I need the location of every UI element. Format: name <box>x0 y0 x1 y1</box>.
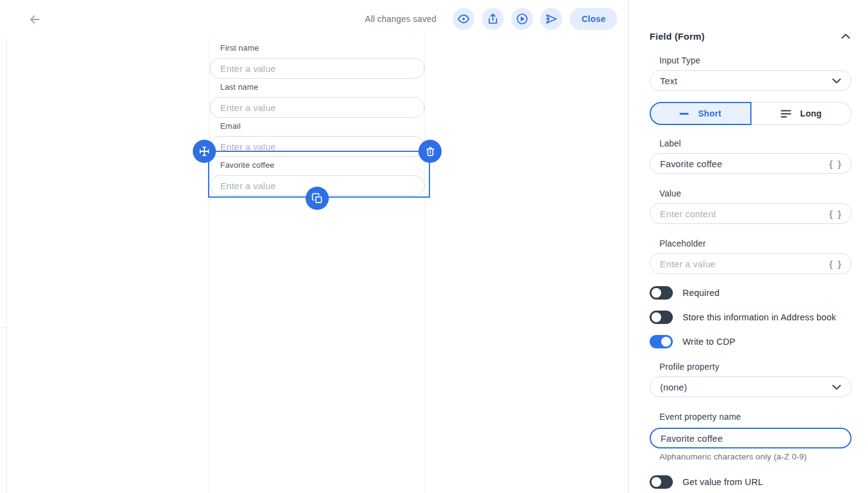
field-settings-panel: Field (Form) Input Type Text Short Long <box>628 0 868 493</box>
required-toggle-label: Required <box>683 288 719 298</box>
arrow-left-icon <box>28 13 41 26</box>
send-test-button[interactable] <box>540 8 562 30</box>
write-to-cdp-toggle-row: Write to CDP <box>650 335 852 348</box>
field-input[interactable] <box>210 136 425 157</box>
write-to-cdp-toggle-label: Write to CDP <box>683 337 736 347</box>
segment-long-label: Long <box>800 109 822 118</box>
field-input[interactable] <box>210 58 425 79</box>
event-property-helper-text: Alphanumeric characters only (a-Z 0-9) <box>659 452 852 461</box>
address-book-toggle-label: Store this information in Address book <box>683 312 836 322</box>
play-button[interactable] <box>511 8 533 30</box>
form-field-last-name[interactable]: Last name <box>210 82 425 118</box>
get-value-from-url-toggle-row: Get value from URL <box>650 475 852 489</box>
delete-block-button[interactable] <box>418 140 442 163</box>
input-type-value: Text <box>660 76 677 86</box>
chevron-down-icon <box>832 78 841 84</box>
field-label: Favorite coffee <box>220 160 425 170</box>
field-label: First name <box>220 43 425 53</box>
field-label: Last name <box>220 82 425 92</box>
eye-icon <box>457 12 470 26</box>
address-book-toggle-row: Store this information in Address book <box>650 311 852 324</box>
value-input[interactable] <box>650 203 852 224</box>
write-to-cdp-toggle[interactable] <box>650 335 673 348</box>
event-property-name-input[interactable] <box>650 428 852 448</box>
placeholder-field-label: Placeholder <box>659 239 852 248</box>
upload-icon <box>486 12 500 26</box>
profile-property-value: (none) <box>660 382 687 392</box>
required-toggle[interactable] <box>650 286 673 300</box>
required-toggle-row: Required <box>650 286 852 300</box>
left-rail-tick <box>0 327 6 328</box>
get-value-from-url-toggle-label: Get value from URL <box>683 477 763 487</box>
field-label: Email <box>220 121 425 131</box>
address-book-toggle[interactable] <box>650 311 673 324</box>
send-icon <box>545 12 558 26</box>
input-type-label: Input Type <box>659 56 852 65</box>
panel-title: Field (Form) <box>650 31 705 41</box>
collapse-panel-button[interactable] <box>840 32 852 40</box>
toggle-knob <box>651 312 661 322</box>
segment-short-label: Short <box>698 109 721 118</box>
move-block-button[interactable] <box>193 140 216 163</box>
personalization-braces-icon[interactable]: { } <box>829 159 842 169</box>
segment-long[interactable]: Long <box>751 102 852 125</box>
chevron-down-icon <box>832 384 841 390</box>
save-status: All changes saved <box>365 14 436 24</box>
personalization-braces-icon[interactable]: { } <box>829 209 842 219</box>
profile-property-label: Profile property <box>659 362 852 372</box>
label-field-label: Label <box>659 139 852 148</box>
trash-icon <box>424 145 437 158</box>
profile-property-select[interactable]: (none) <box>650 376 852 397</box>
personalization-braces-icon[interactable]: { } <box>829 259 842 269</box>
form-field-first-name[interactable]: First name <box>210 43 425 79</box>
lines-icon <box>781 110 791 118</box>
move-icon <box>198 145 211 158</box>
value-field-label: Value <box>659 189 852 198</box>
label-input[interactable] <box>650 153 852 174</box>
preview-button[interactable] <box>453 8 475 30</box>
form-field-email[interactable]: Email <box>210 121 425 157</box>
duplicate-block-button[interactable] <box>306 187 329 210</box>
toggle-knob <box>651 288 661 298</box>
toolbar-actions: All changes saved Close <box>365 8 617 30</box>
top-toolbar: All changes saved Close <box>6 0 628 38</box>
minus-icon <box>680 113 689 115</box>
event-property-name-label: Event property name <box>659 412 852 422</box>
toggle-knob <box>651 477 661 487</box>
field-input[interactable] <box>210 97 425 118</box>
workspace-left-divider <box>6 5 7 493</box>
toggle-knob <box>661 337 671 347</box>
input-type-select[interactable]: Text <box>650 70 852 91</box>
play-icon <box>515 12 529 26</box>
export-button[interactable] <box>482 8 504 30</box>
chevron-up-icon <box>841 34 850 39</box>
get-value-from-url-toggle[interactable] <box>650 475 673 489</box>
segment-short[interactable]: Short <box>650 102 751 125</box>
field-length-segmented-control: Short Long <box>650 102 852 125</box>
form-canvas[interactable]: First name Last name Email Favorite coff… <box>209 36 425 493</box>
back-button[interactable] <box>27 12 43 27</box>
copy-icon <box>311 192 324 205</box>
placeholder-input[interactable] <box>650 253 852 274</box>
close-button[interactable]: Close <box>570 8 617 30</box>
